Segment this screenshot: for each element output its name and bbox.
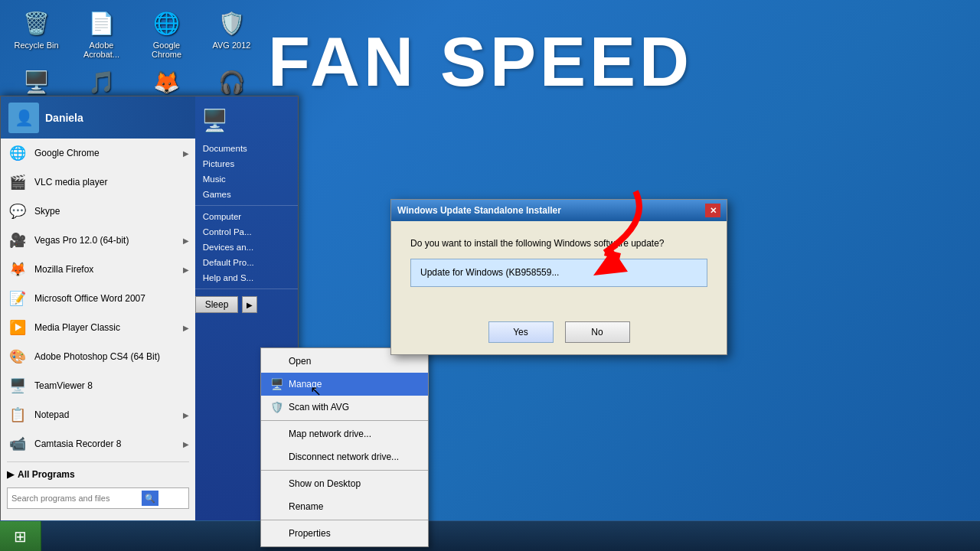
fan-speed-title: FAN SPEED [268,23,693,102]
ctx-map-network[interactable]: Map network drive... [261,422,428,445]
menu-firefox-arrow: ▶ [183,266,189,274]
sleep-button[interactable]: Sleep [195,296,239,313]
right-separator-2 [195,289,298,289]
right-games-label: Games [203,190,231,199]
ctx-divider-3 [261,520,428,520]
ctx-rename[interactable]: Rename [261,495,428,518]
menu-item-chrome[interactable]: 🌐 Google Chrome ▶ [1,139,195,168]
menu-divider [7,461,189,462]
ctx-map-label: Map network drive... [289,429,371,439]
computer-monitor-icon: 🖥️ [201,108,228,133]
right-item-documents[interactable]: Documents [195,141,298,156]
ctx-divider-1 [261,420,428,421]
right-music-label: Music [203,174,226,184]
dialog-body: Do you want to install the following Win… [391,221,727,310]
desktop-icon-adobe-acrobat[interactable]: 📄 Adobe Acrobat... [73,8,130,59]
menu-item-mpc[interactable]: ▶️ Media Player Classic ▶ [1,313,195,342]
dialog-close-button[interactable]: ✕ [705,204,720,217]
menu-vegas-icon: 🎥 [7,230,28,251]
recycle-bin-label: Recycle Bin [14,41,58,50]
right-item-games[interactable]: Games [195,187,298,202]
menu-item-teamviewer[interactable]: 🖥️ TeamViewer 8 [1,371,195,400]
ctx-manage[interactable]: 🖥️ Manage [261,373,428,396]
desktop-icon-google-chrome[interactable]: 🌐 Google Chrome [138,8,195,59]
ctx-show-desktop-icon [269,476,284,491]
ctx-disconnect[interactable]: Disconnect network drive... [261,445,428,468]
menu-vlc-icon: 🎬 [7,171,28,193]
menu-mpc-label: Media Player Classic [34,322,120,333]
windows-update-dialog: Windows Update Standalone Installer ✕ Do… [390,199,727,355]
right-item-music[interactable]: Music [195,171,298,187]
menu-notepad-label: Notepad [34,409,69,420]
search-button[interactable]: 🔍 [142,491,158,506]
right-item-devices[interactable]: Devices an... [195,240,298,255]
all-programs-item[interactable]: ▶ All Programs [1,465,195,484]
start-menu: 👤 Daniela 🌐 Google Chrome ▶ 🎬 VLC media … [0,96,299,520]
menu-chrome-label: Google Chrome [34,148,100,158]
ctx-scan-avg[interactable]: 🛡️ Scan with AVG [261,396,428,419]
menu-item-skype[interactable]: 💬 Skype [1,197,195,226]
menu-chrome-icon: 🌐 [7,142,28,164]
ctx-open-icon [269,354,284,369]
desktop-icon-area: 🗑️ Recycle Bin 📄 Adobe Acrobat... 🌐 Goog… [8,8,260,109]
desktop-icon-avg[interactable]: 🛡️ AVG 2012 [203,8,260,59]
dialog-update-text: Update for Windows (KB958559... [420,267,559,278]
avg-icon: 🛡️ [217,8,247,38]
right-item-default-programs[interactable]: Default Pro... [195,255,298,270]
ctx-properties-icon [269,526,284,541]
audacity-icon: 🎵 [87,67,117,97]
menu-chrome-arrow: ▶ [183,149,189,158]
right-item-computer[interactable]: Computer [195,209,298,224]
ctx-show-desktop-label: Show on Desktop [289,478,361,489]
right-documents-label: Documents [203,144,247,153]
menu-firefox-icon: 🦊 [7,259,28,280]
right-item-help[interactable]: Help and S... [195,270,298,285]
menu-item-firefox[interactable]: 🦊 Mozilla Firefox ▶ [1,255,195,284]
user-avatar: 👤 [8,103,39,133]
right-item-control-panel[interactable]: Control Pa... [195,224,298,240]
menu-photoshop-icon: 🎨 [7,346,28,367]
right-item-pictures[interactable]: Pictures [195,156,298,171]
dialog-titlebar: Windows Update Standalone Installer ✕ [391,200,727,221]
search-input[interactable] [11,494,142,503]
all-programs-label: All Programs [18,469,75,480]
recycle-bin-icon: 🗑️ [21,8,52,38]
desktop-icon-recycle-bin[interactable]: 🗑️ Recycle Bin [8,8,65,59]
menu-item-msword[interactable]: 📝 Microsoft Office Word 2007 [1,284,195,313]
start-menu-left-panel: 👤 Daniela 🌐 Google Chrome ▶ 🎬 VLC media … [1,96,195,520]
menu-item-vegas[interactable]: 🎥 Vegas Pro 12.0 (64-bit) ▶ [1,226,195,255]
menu-vegas-arrow: ▶ [183,236,189,245]
dialog-yes-button[interactable]: Yes [488,321,554,343]
menu-item-vlc[interactable]: 🎬 VLC media player [1,168,195,197]
menu-item-photoshop[interactable]: 🎨 Adobe Photoshop CS4 (64 Bit) [1,342,195,371]
menu-item-notepad[interactable]: 📋 Notepad ▶ [1,400,195,429]
dialog-no-button[interactable]: No [565,321,630,343]
avg-label: AVG 2012 [213,41,251,50]
ctx-map-icon [269,426,284,442]
dialog-message: Do you want to install the following Win… [410,236,707,251]
chrome-icon: 🌐 [152,8,182,38]
ctx-properties-label: Properties [289,528,331,539]
menu-notepad-arrow: ▶ [183,411,189,419]
menu-camtasia-arrow: ▶ [183,440,189,448]
right-separator-1 [195,205,298,206]
right-devices-label: Devices an... [203,243,253,252]
start-button[interactable]: ⊞ [0,521,41,552]
ctx-show-desktop[interactable]: Show on Desktop [261,472,428,495]
search-bar[interactable]: 🔍 [7,487,189,509]
right-default-programs-label: Default Pro... [203,258,254,267]
ctx-manage-label: Manage [289,379,322,390]
adobe-acrobat-label: Adobe Acrobat... [73,41,130,59]
ctx-disconnect-label: Disconnect network drive... [289,452,399,462]
winamp-icon: 🎧 [217,67,247,97]
ctx-properties[interactable]: Properties [261,522,428,545]
menu-camtasia-icon: 📹 [7,433,28,455]
ctx-rename-label: Rename [289,501,323,512]
ctx-rename-icon [269,499,284,514]
windows-logo-icon: ⊞ [14,527,27,546]
menu-firefox-label: Mozilla Firefox [34,264,93,275]
menu-item-camtasia[interactable]: 📹 Camtasia Recorder 8 ▶ [1,429,195,458]
sleep-arrow-button[interactable]: ▶ [242,296,257,313]
menu-vegas-label: Vegas Pro 12.0 (64-bit) [34,235,129,246]
menu-photoshop-label: Adobe Photoshop CS4 (64 Bit) [34,351,160,362]
